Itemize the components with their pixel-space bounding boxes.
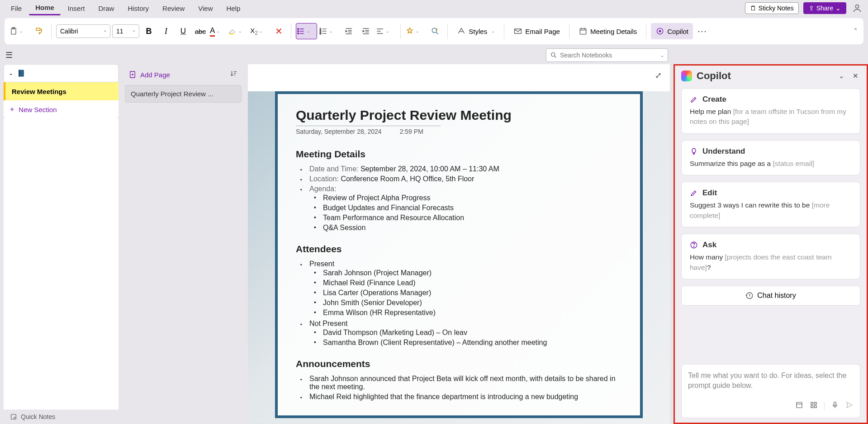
menu-draw[interactable]: Draw (92, 2, 120, 15)
strikethrough-button[interactable]: abc (193, 23, 208, 39)
text[interactable]: Not Present (309, 320, 347, 327)
text[interactable]: Budget Updates and Financial Forecasts (323, 203, 622, 213)
text[interactable]: Present (309, 260, 334, 268)
bullet-list-button[interactable]: ⌄ (296, 23, 317, 39)
chevron-down-icon: ⌄ (9, 70, 13, 76)
chat-history-button[interactable]: Chat history (681, 286, 860, 306)
email-page-button[interactable]: Email Page (509, 23, 564, 39)
svg-rect-54 (811, 406, 813, 408)
text[interactable]: Samantha Brown (Client Representative) –… (323, 338, 622, 348)
paste-button[interactable]: ⌄ (9, 23, 29, 39)
menu-history[interactable]: History (121, 2, 155, 15)
chevron-down-icon[interactable]: ⌄ (660, 53, 664, 58)
text[interactable]: Date and Time: (309, 165, 359, 173)
italic-button[interactable]: I (158, 23, 174, 39)
svg-rect-55 (815, 406, 817, 408)
align-button[interactable]: ⌄ (375, 23, 396, 39)
share-label: Share (816, 5, 833, 12)
menu-help[interactable]: Help (220, 2, 247, 15)
copilot-ribbon-button[interactable]: Copilot (651, 23, 693, 39)
find-tags-button[interactable] (427, 23, 443, 39)
menu-insert[interactable]: Insert (62, 2, 91, 15)
copilot-card-create[interactable]: Create Help me plan [for a team offsite … (681, 88, 860, 134)
copilot-logo-icon (681, 71, 692, 81)
pages-pane: Add Page Quarterly Project Review ... (122, 64, 244, 424)
page-title[interactable]: Quarterly Project Review Meeting (296, 108, 622, 126)
decrease-indent-button[interactable] (341, 23, 356, 39)
add-page-button[interactable]: Add Page (128, 71, 170, 79)
svg-rect-40 (19, 70, 20, 77)
section-heading[interactable]: Meeting Details (296, 149, 622, 160)
page-canvas[interactable]: ⤢ Quarterly Project Review Meeting Satur… (248, 64, 670, 424)
mic-icon[interactable] (831, 401, 839, 411)
more-button[interactable]: ··· (695, 23, 710, 39)
text[interactable]: David Thompson (Marketing Lead) – On lea… (323, 328, 622, 338)
text: Summarize this page as a (690, 160, 773, 167)
font-size-combo[interactable] (112, 24, 139, 38)
underline-button[interactable]: U (175, 23, 191, 39)
chevron-down-icon[interactable]: ⌄ (837, 70, 846, 82)
meeting-details-button[interactable]: Meeting Details (574, 23, 641, 39)
text[interactable]: Michael Reid (Finance Lead) (323, 278, 622, 288)
card-label: Create (702, 95, 726, 104)
tag-button[interactable]: ⌄ (405, 23, 426, 39)
page-time: 2:59 PM (400, 128, 423, 135)
svg-rect-50 (797, 402, 802, 408)
page-item[interactable]: Quarterly Project Review ... (125, 85, 242, 103)
email-page-label: Email Page (525, 28, 560, 35)
svg-point-36 (659, 30, 661, 33)
new-section-button[interactable]: + New Section (4, 100, 119, 118)
text[interactable]: John Smith (Senior Developer) (323, 298, 622, 308)
sort-pages-button[interactable] (230, 70, 238, 80)
text[interactable]: September 28, 2024, 10:00 AM – 11:30 AM (359, 165, 499, 173)
quick-notes-button[interactable]: Quick Notes (4, 410, 119, 424)
apps-icon[interactable] (810, 401, 818, 411)
text[interactable]: Sarah Johnson (Project Manager) (323, 268, 622, 278)
menu-home[interactable]: Home (29, 1, 61, 15)
font-color-button[interactable]: A⌄ (210, 23, 226, 39)
search-input[interactable] (560, 52, 658, 59)
section-review-meetings[interactable]: Review Meetings (4, 82, 119, 100)
search-notebooks[interactable]: ⌄ (546, 48, 668, 62)
copilot-card-edit[interactable]: Edit Suggest 3 ways I can rewrite this t… (681, 182, 860, 227)
menu-review[interactable]: Review (156, 2, 191, 15)
share-button[interactable]: ⇪ Share ⌄ (803, 2, 846, 14)
menu-file[interactable]: File (5, 2, 28, 15)
close-icon[interactable]: ✕ (851, 70, 860, 82)
expand-icon[interactable]: ⤢ (655, 71, 662, 80)
bold-button[interactable]: B (141, 23, 157, 39)
copilot-card-understand[interactable]: Understand Summarize this page as a [sta… (681, 140, 860, 175)
text[interactable]: Sarah Johnson announced that Project Bet… (309, 374, 622, 392)
collapse-ribbon-button[interactable]: ⌃ (853, 27, 858, 34)
subscript-button[interactable]: X2⌄ (250, 23, 269, 39)
notebook-selector[interactable]: ⌄ (4, 64, 119, 82)
styles-button[interactable]: Styles ⌄ (452, 23, 499, 39)
numbered-list-button[interactable]: 123 ⌄ (319, 23, 339, 39)
increase-indent-button[interactable] (358, 23, 374, 39)
svg-point-8 (298, 33, 299, 34)
sticky-notes-button[interactable]: 🗒 Sticky Notes (745, 2, 799, 14)
text[interactable]: Conference Room A, HQ Office, 5th Floor (339, 175, 474, 183)
section-heading[interactable]: Attendees (296, 244, 622, 254)
text[interactable]: Emma Wilson (HR Representative) (323, 308, 622, 318)
text[interactable]: Review of Project Alpha Progress (323, 193, 622, 203)
font-name-combo[interactable] (56, 24, 110, 38)
menu-view[interactable]: View (192, 2, 219, 15)
highlight-button[interactable]: ⌄ (228, 23, 248, 39)
text[interactable]: Michael Reid highlighted that the financ… (309, 392, 622, 402)
hamburger-button[interactable]: ☰ (5, 50, 13, 60)
text[interactable]: Location: (309, 175, 339, 183)
send-icon[interactable] (845, 401, 854, 411)
section-heading[interactable]: Announcements (296, 358, 622, 369)
text[interactable]: Lisa Carter (Operations Manager) (323, 288, 622, 298)
text[interactable]: Agenda: (309, 185, 337, 193)
copilot-prompt-box[interactable]: Tell me what you want to do. For ideas, … (681, 364, 860, 418)
profile-button[interactable] (851, 2, 863, 14)
format-painter-button[interactable] (31, 23, 47, 39)
copilot-card-ask[interactable]: Ask How many [projects does the east coa… (681, 234, 860, 279)
clear-formatting-button[interactable]: ✕ (271, 23, 286, 39)
prompt-guide-icon[interactable] (795, 401, 803, 411)
text[interactable]: Q&A Session (323, 223, 622, 233)
svg-rect-31 (580, 28, 586, 34)
text[interactable]: Team Performance and Resource Allocation (323, 213, 622, 223)
